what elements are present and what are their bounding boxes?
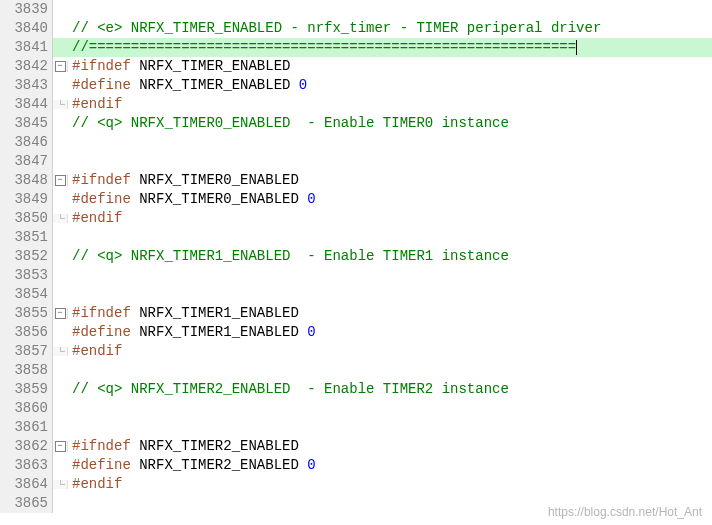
code-line[interactable]: 3851 — [0, 228, 712, 247]
code-content[interactable]: #ifndef NRFX_TIMER_ENABLED — [68, 57, 290, 76]
code-line[interactable]: 3845// <q> NRFX_TIMER0_ENABLED - Enable … — [0, 114, 712, 133]
token-ident: NRFX_TIMER1_ENABLED — [139, 305, 299, 321]
code-content[interactable] — [68, 266, 80, 285]
fold-collapse-icon[interactable]: − — [55, 308, 66, 319]
fold-end-icon — [56, 480, 65, 489]
line-number: 3852 — [0, 247, 53, 266]
code-content[interactable]: #ifndef NRFX_TIMER0_ENABLED — [68, 171, 299, 190]
token-preproc: #define — [72, 191, 139, 207]
code-content[interactable] — [68, 133, 80, 152]
code-content[interactable]: // <q> NRFX_TIMER2_ENABLED - Enable TIME… — [68, 380, 509, 399]
fold-gutter — [53, 480, 68, 489]
code-line[interactable]: 3846 — [0, 133, 712, 152]
token-preproc: #endif — [72, 343, 122, 359]
line-number: 3864 — [0, 475, 53, 494]
token-comment — [72, 1, 80, 17]
line-number: 3865 — [0, 494, 53, 513]
token-comment: // <q> NRFX_TIMER1_ENABLED - Enable TIME… — [72, 248, 509, 264]
line-number: 3846 — [0, 133, 53, 152]
token-ident: NRFX_TIMER1_ENABLED — [139, 324, 307, 340]
line-number: 3858 — [0, 361, 53, 380]
code-line[interactable]: 3856#define NRFX_TIMER1_ENABLED 0 — [0, 323, 712, 342]
code-content[interactable]: // <e> NRFX_TIMER_ENABLED - nrfx_timer -… — [68, 19, 601, 38]
code-content[interactable] — [68, 399, 80, 418]
line-number: 3845 — [0, 114, 53, 133]
token-preproc: #define — [72, 324, 139, 340]
code-line[interactable]: 3864#endif — [0, 475, 712, 494]
code-line[interactable]: 3839 — [0, 0, 712, 19]
code-line[interactable]: 3853 — [0, 266, 712, 285]
token-preproc: #ifndef — [72, 438, 139, 454]
line-number: 3860 — [0, 399, 53, 418]
fold-collapse-icon[interactable]: − — [55, 61, 66, 72]
code-line[interactable]: 3860 — [0, 399, 712, 418]
code-line[interactable]: 3854 — [0, 285, 712, 304]
code-content[interactable]: #define NRFX_TIMER2_ENABLED 0 — [68, 456, 316, 475]
fold-collapse-icon[interactable]: − — [55, 441, 66, 452]
line-number: 3859 — [0, 380, 53, 399]
code-content[interactable]: #endif — [68, 475, 122, 494]
fold-gutter[interactable]: − — [53, 175, 68, 186]
fold-collapse-icon[interactable]: − — [55, 175, 66, 186]
line-number: 3854 — [0, 285, 53, 304]
fold-gutter[interactable]: − — [53, 61, 68, 72]
token-ident: NRFX_TIMER_ENABLED — [139, 58, 290, 74]
line-number: 3848 — [0, 171, 53, 190]
line-number: 3856 — [0, 323, 53, 342]
token-preproc: #define — [72, 457, 139, 473]
code-content[interactable]: #endif — [68, 342, 122, 361]
fold-gutter[interactable]: − — [53, 441, 68, 452]
line-number: 3847 — [0, 152, 53, 171]
code-content[interactable]: // <q> NRFX_TIMER1_ENABLED - Enable TIME… — [68, 247, 509, 266]
line-number: 3850 — [0, 209, 53, 228]
fold-end-icon — [56, 100, 65, 109]
code-line[interactable]: 3852// <q> NRFX_TIMER1_ENABLED - Enable … — [0, 247, 712, 266]
fold-gutter[interactable]: − — [53, 308, 68, 319]
token-ident: NRFX_TIMER0_ENABLED — [139, 191, 307, 207]
code-line[interactable]: 3855−#ifndef NRFX_TIMER1_ENABLED — [0, 304, 712, 323]
token-num: 0 — [299, 77, 307, 93]
token-preproc: #ifndef — [72, 305, 139, 321]
token-num: 0 — [307, 324, 315, 340]
line-number: 3863 — [0, 456, 53, 475]
token-ident: NRFX_TIMER2_ENABLED — [139, 438, 299, 454]
code-content[interactable]: // <q> NRFX_TIMER0_ENABLED - Enable TIME… — [68, 114, 509, 133]
code-line[interactable]: 3862−#ifndef NRFX_TIMER2_ENABLED — [0, 437, 712, 456]
code-line[interactable]: 3865 — [0, 494, 712, 513]
code-content[interactable]: #define NRFX_TIMER0_ENABLED 0 — [68, 190, 316, 209]
code-line[interactable]: 3840// <e> NRFX_TIMER_ENABLED - nrfx_tim… — [0, 19, 712, 38]
code-content[interactable]: #ifndef NRFX_TIMER1_ENABLED — [68, 304, 299, 323]
code-content[interactable]: #define NRFX_TIMER_ENABLED 0 — [68, 76, 307, 95]
line-number: 3855 — [0, 304, 53, 323]
code-content[interactable]: #endif — [68, 209, 122, 228]
code-content[interactable]: #ifndef NRFX_TIMER2_ENABLED — [68, 437, 299, 456]
line-number: 3841 — [0, 38, 53, 57]
token-preproc: #endif — [72, 210, 122, 226]
code-line[interactable]: 3849#define NRFX_TIMER0_ENABLED 0 — [0, 190, 712, 209]
code-editor[interactable]: 3839 3840// <e> NRFX_TIMER_ENABLED - nrf… — [0, 0, 712, 513]
code-line[interactable]: 3861 — [0, 418, 712, 437]
code-line[interactable]: 3859// <q> NRFX_TIMER2_ENABLED - Enable … — [0, 380, 712, 399]
code-line[interactable]: 3857#endif — [0, 342, 712, 361]
code-line[interactable]: 3844#endif — [0, 95, 712, 114]
fold-gutter — [53, 100, 68, 109]
code-content[interactable]: #endif — [68, 95, 122, 114]
code-line[interactable]: 3841//==================================… — [0, 38, 712, 57]
token-comment: // <q> NRFX_TIMER0_ENABLED - Enable TIME… — [72, 115, 509, 131]
code-line[interactable]: 3842−#ifndef NRFX_TIMER_ENABLED — [0, 57, 712, 76]
code-content[interactable] — [68, 0, 80, 19]
code-line[interactable]: 3848−#ifndef NRFX_TIMER0_ENABLED — [0, 171, 712, 190]
code-line[interactable]: 3843#define NRFX_TIMER_ENABLED 0 — [0, 76, 712, 95]
token-num: 0 — [307, 191, 315, 207]
code-content[interactable]: #define NRFX_TIMER1_ENABLED 0 — [68, 323, 316, 342]
fold-end-icon — [56, 214, 65, 223]
code-line[interactable]: 3850#endif — [0, 209, 712, 228]
token-ident: NRFX_TIMER2_ENABLED — [139, 457, 307, 473]
code-line[interactable]: 3858 — [0, 361, 712, 380]
code-line[interactable]: 3847 — [0, 152, 712, 171]
code-content[interactable]: //======================================… — [68, 38, 577, 57]
token-ident: NRFX_TIMER_ENABLED — [139, 77, 299, 93]
line-number: 3842 — [0, 57, 53, 76]
code-line[interactable]: 3863#define NRFX_TIMER2_ENABLED 0 — [0, 456, 712, 475]
line-number: 3853 — [0, 266, 53, 285]
